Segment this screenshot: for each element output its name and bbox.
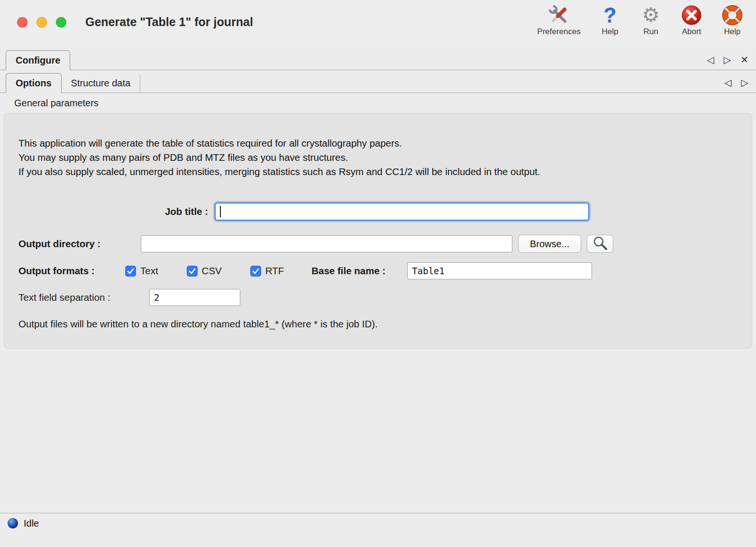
format-text-label: Text [140,265,158,277]
help-button[interactable]: ? Help [599,4,621,37]
subtab-scroll-right-icon[interactable]: ▷ [741,77,748,88]
text-field-separation-label: Text field separation : [18,292,149,303]
text-caret [220,206,221,217]
main-tab-nav: ◁ ▷ ✕ [707,55,748,65]
format-rtf-checkbox[interactable] [250,266,261,277]
preferences-label: Preferences [537,27,581,37]
preferences-icon [547,4,570,27]
preferences-button[interactable]: Preferences [537,4,581,37]
format-csv-option: CSV [187,265,222,277]
format-csv-checkbox[interactable] [187,266,198,277]
description-text: This application will generate the table… [18,113,738,179]
tab-configure[interactable]: Configure [6,50,70,70]
status-text: Idle [24,518,39,528]
help-lifebuoy-label: Help [724,27,741,37]
tab-scroll-left-icon[interactable]: ◁ [707,55,714,65]
general-parameters-panel: This application will generate the table… [4,113,752,349]
abort-label: Abort [682,27,701,37]
tab-close-icon[interactable]: ✕ [740,55,748,65]
base-file-name-label: Base file name : [311,265,385,277]
app-window: Generate "Table 1" for journal Preferenc… [0,0,756,547]
section-title: General parameters [0,93,756,113]
job-title-field-wrap [215,203,589,221]
help-lifebuoy-button[interactable]: Help [721,4,744,37]
directory-search-button[interactable] [587,235,613,253]
empty-area [0,349,756,513]
output-formats-label: Output formats : [18,265,125,277]
traffic-lights [17,17,66,28]
description-line-1: This application will generate the table… [18,136,738,150]
job-title-label: Job title : [18,206,208,217]
lifebuoy-icon [721,4,744,27]
run-button[interactable]: ⚙ Run [639,4,662,37]
job-title-input[interactable] [215,203,589,221]
output-note: Output files will be written to a new di… [18,318,738,330]
format-text-option: Text [125,265,158,277]
browse-button[interactable]: Browse... [518,235,581,253]
output-directory-label: Output directory : [18,238,141,250]
magnifier-icon [592,235,608,253]
subtab-scroll-left-icon[interactable]: ◁ [724,77,731,88]
help-label: Help [602,27,619,37]
base-file-name-input[interactable] [407,262,592,279]
close-window-button[interactable] [17,17,27,28]
help-icon: ? [599,4,621,27]
status-bar: Idle [0,513,756,547]
sub-tab-bar: Options Structure data ◁ ▷ [0,70,756,93]
minimize-window-button[interactable] [36,17,47,28]
format-rtf-label: RTF [265,265,284,277]
abort-icon [680,4,703,27]
title-bar: Generate "Table 1" for journal Preferenc… [0,0,756,47]
format-rtf-option: RTF [250,265,284,277]
sub-tab-nav: ◁ ▷ [724,77,748,88]
tab-scroll-right-icon[interactable]: ▷ [724,55,731,65]
toolbar: Preferences ? Help ⚙ Run [537,4,744,37]
description-line-2: You may supply as many pairs of PDB and … [18,150,738,165]
output-directory-row: Output directory : Browse... [18,235,738,253]
window-title: Generate "Table 1" for journal [85,15,253,29]
format-csv-label: CSV [202,265,222,277]
run-gear-icon: ⚙ [639,4,662,27]
zoom-window-button[interactable] [56,17,66,28]
main-tab-bar: Configure ◁ ▷ ✕ [0,47,756,70]
output-directory-input[interactable] [141,235,512,252]
text-field-separation-input[interactable] [149,289,240,306]
text-field-separation-row: Text field separation : [18,289,738,306]
status-indicator-icon [8,518,18,528]
job-title-row: Job title : [18,203,738,221]
tab-structure-data[interactable]: Structure data [62,74,141,93]
description-line-3: If you also supply scaled, unmerged inte… [18,165,738,179]
tab-options[interactable]: Options [6,73,62,93]
format-text-checkbox[interactable] [125,266,136,277]
abort-button[interactable]: Abort [680,4,703,37]
run-label: Run [643,27,658,37]
output-formats-row: Output formats : Text CSV RTF Base fi [18,262,738,279]
